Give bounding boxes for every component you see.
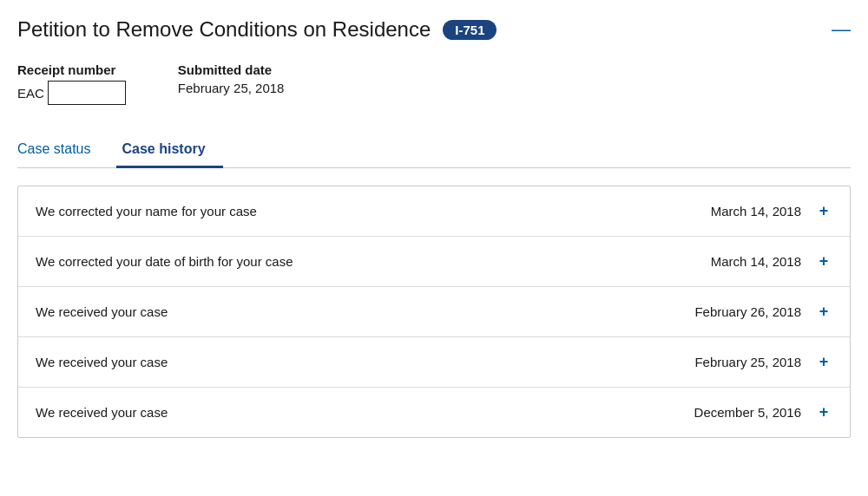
tabs-row: Case status Case history (17, 133, 851, 168)
submitted-date-field: Submitted date February 25, 2018 (178, 62, 285, 105)
expand-button[interactable]: + (815, 303, 832, 321)
history-description: We received your case (36, 355, 168, 369)
history-right: December 5, 2016 + (694, 403, 832, 421)
history-row: We corrected your date of birth for your… (18, 237, 850, 287)
meta-section: Receipt number EAC Submitted date Februa… (17, 62, 851, 105)
history-description: We corrected your name for your case (36, 204, 257, 219)
history-right: February 25, 2018 + (694, 353, 832, 371)
tab-case-history[interactable]: Case history (116, 133, 222, 168)
expand-button[interactable]: + (815, 353, 832, 371)
submitted-date-label: Submitted date (178, 62, 285, 77)
expand-button[interactable]: + (815, 202, 832, 220)
tab-case-status[interactable]: Case status (17, 133, 108, 168)
history-table: We corrected your name for your case Mar… (17, 186, 851, 438)
history-row: We corrected your name for your case Mar… (18, 186, 850, 237)
history-date: December 5, 2016 (694, 405, 801, 420)
history-date: March 14, 2018 (711, 204, 801, 219)
submitted-date-value: February 25, 2018 (178, 81, 285, 95)
history-right: February 26, 2018 + (694, 303, 832, 321)
history-right: March 14, 2018 + (711, 202, 832, 220)
receipt-number-label: Receipt number (17, 62, 126, 77)
expand-button[interactable]: + (815, 252, 832, 271)
title-badge: Petition to Remove Conditions on Residen… (17, 17, 496, 42)
receipt-number-field: Receipt number EAC (17, 62, 126, 105)
history-description: We corrected your date of birth for your… (36, 254, 293, 269)
receipt-input-row: EAC (17, 81, 126, 105)
history-row: We received your case December 5, 2016 + (18, 388, 850, 437)
receipt-prefix: EAC (17, 86, 44, 101)
history-description: We received your case (36, 304, 168, 319)
history-date: February 25, 2018 (694, 355, 801, 369)
minimize-button[interactable]: — (832, 20, 851, 39)
receipt-input[interactable] (48, 81, 126, 105)
history-right: March 14, 2018 + (711, 252, 832, 271)
history-row: We received your case February 26, 2018 … (18, 287, 850, 337)
history-description: We received your case (36, 405, 168, 420)
form-badge: I-751 (443, 20, 496, 40)
header-row: Petition to Remove Conditions on Residen… (17, 17, 851, 42)
history-date: February 26, 2018 (694, 304, 801, 319)
history-date: March 14, 2018 (711, 254, 801, 269)
expand-button[interactable]: + (815, 403, 832, 421)
page-wrapper: Petition to Remove Conditions on Residen… (0, 0, 868, 455)
page-title: Petition to Remove Conditions on Residen… (17, 17, 431, 42)
history-row: We received your case February 25, 2018 … (18, 337, 850, 388)
